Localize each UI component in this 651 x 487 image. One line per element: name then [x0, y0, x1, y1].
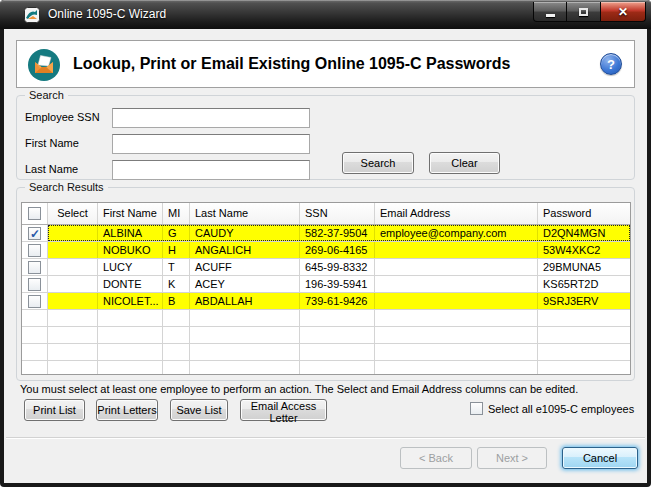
- row-select-checkbox[interactable]: [28, 244, 41, 257]
- employee-ssn-label: Employee SSN: [25, 111, 100, 123]
- cell-mi: K: [163, 276, 190, 292]
- cell-first-name: NICOLET...: [98, 293, 163, 309]
- search-group-label: Search: [25, 89, 68, 101]
- header-panel: Lookup, Print or Email Existing Online 1…: [16, 40, 635, 88]
- row-cells[interactable]: DONTE K ACEY 196-39-5941 KS65RT2D: [48, 276, 630, 292]
- dialog-content: Lookup, Print or Email Existing Online 1…: [4, 29, 647, 483]
- minimize-icon: [546, 14, 555, 17]
- results-table: Select First Name MI Last Name SSN Email…: [21, 202, 631, 375]
- row-select-checkbox[interactable]: [28, 278, 41, 291]
- cell-mi: G: [163, 225, 190, 241]
- note-text: You must select at least one employee to…: [20, 383, 578, 395]
- print-letters-button[interactable]: Print Letters: [96, 399, 158, 421]
- last-name-input[interactable]: [112, 160, 310, 180]
- print-list-button[interactable]: Print List: [24, 399, 85, 421]
- titlebar[interactable]: Online 1095-C Wizard ✕: [0, 0, 651, 29]
- app-icon: [24, 7, 40, 23]
- column-header-select[interactable]: Select: [48, 203, 98, 224]
- column-header-ssn[interactable]: SSN: [300, 203, 375, 224]
- cell-password: 29BMUNA5: [538, 259, 630, 275]
- cell-password: 9SRJ3ERV: [538, 293, 630, 309]
- window-controls: ✕: [533, 2, 646, 22]
- results-group-label: Search Results: [25, 181, 108, 193]
- cell-password: KS65RT2D: [538, 276, 630, 292]
- cell-last-name: ANGALICH: [190, 242, 300, 258]
- cell-first-name: ALBINA: [98, 225, 163, 241]
- column-header-password[interactable]: Password: [538, 203, 630, 224]
- table-row: DONTE K ACEY 196-39-5941 KS65RT2D: [22, 276, 630, 293]
- cell-mi: T: [163, 259, 190, 275]
- empty-table-row: [22, 310, 630, 327]
- column-header-first-name[interactable]: First Name: [98, 203, 163, 224]
- select-all-checkbox[interactable]: Select all e1095-C employees: [470, 402, 634, 415]
- cell-ssn: 645-99-8332: [300, 259, 375, 275]
- close-button[interactable]: ✕: [600, 2, 646, 22]
- cell-email[interactable]: [375, 242, 538, 258]
- page-title: Lookup, Print or Email Existing Online 1…: [73, 41, 510, 87]
- empty-table-row: [22, 344, 630, 361]
- cell-email[interactable]: employee@company.com: [375, 225, 538, 241]
- cell-ssn: 196-39-5941: [300, 276, 375, 292]
- table-row: LUCY T ACUFF 645-99-8332 29BMUNA5: [22, 259, 630, 276]
- empty-table-row: [22, 361, 630, 375]
- cell-mi: H: [163, 242, 190, 258]
- row-cells[interactable]: LUCY T ACUFF 645-99-8332 29BMUNA5: [48, 259, 630, 275]
- help-icon: ?: [607, 57, 615, 72]
- cell-mi: B: [163, 293, 190, 309]
- empty-table-row: [22, 327, 630, 344]
- cell-first-name: NOBUKO: [98, 242, 163, 258]
- select-all-label: Select all e1095-C employees: [488, 403, 634, 415]
- cancel-button[interactable]: Cancel: [562, 447, 638, 469]
- row-cells[interactable]: NOBUKO H ANGALICH 269-06-4165 53W4XKC2: [48, 242, 630, 258]
- cell-ssn: 582-37-9504: [300, 225, 375, 241]
- cell-last-name: ACUFF: [190, 259, 300, 275]
- help-button[interactable]: ?: [600, 53, 622, 75]
- first-name-label: First Name: [25, 137, 79, 149]
- table-row: NOBUKO H ANGALICH 269-06-4165 53W4XKC2: [22, 242, 630, 259]
- cell-password: 53W4XKC2: [538, 242, 630, 258]
- row-cells[interactable]: ALBINA G CAUDY 582-37-9504 employee@comp…: [48, 225, 630, 241]
- cell-ssn: 739-61-9426: [300, 293, 375, 309]
- results-group: Search Results Select First Name MI Last…: [16, 187, 635, 381]
- table-header-row: Select First Name MI Last Name SSN Email…: [22, 203, 630, 225]
- column-header-mi[interactable]: MI: [163, 203, 190, 224]
- cell-email[interactable]: [375, 293, 538, 309]
- cell-last-name: CAUDY: [190, 225, 300, 241]
- first-name-input[interactable]: [112, 134, 310, 154]
- save-list-button[interactable]: Save List: [170, 399, 228, 421]
- table-row: NICOLET... B ABDALLAH 739-61-9426 9SRJ3E…: [22, 293, 630, 310]
- close-icon: ✕: [618, 3, 628, 21]
- employee-ssn-input[interactable]: [112, 108, 310, 128]
- cell-last-name: ABDALLAH: [190, 293, 300, 309]
- cell-email[interactable]: [375, 276, 538, 292]
- column-header-last-name[interactable]: Last Name: [190, 203, 300, 224]
- wizard-window: Online 1095-C Wizard ✕ Lookup, Print or …: [0, 0, 651, 487]
- column-header-email[interactable]: Email Address: [375, 203, 538, 224]
- cell-email[interactable]: [375, 259, 538, 275]
- maximize-icon: [579, 8, 588, 16]
- next-button: Next >: [477, 447, 547, 469]
- row-select-checkbox[interactable]: [28, 295, 41, 308]
- clear-button[interactable]: Clear: [429, 152, 500, 174]
- cell-password: D2QN4MGN: [538, 225, 630, 241]
- last-name-label: Last Name: [25, 163, 78, 175]
- maximize-button[interactable]: [567, 2, 600, 22]
- search-button[interactable]: Search: [342, 152, 414, 174]
- cell-last-name: ACEY: [190, 276, 300, 292]
- cell-ssn: 269-06-4165: [300, 242, 375, 258]
- checkbox-icon[interactable]: [470, 402, 483, 415]
- search-group: Search Employee SSN First Name Last Name…: [16, 95, 635, 180]
- email-access-letter-button[interactable]: Email Access Letter: [240, 399, 327, 421]
- row-cells[interactable]: NICOLET... B ABDALLAH 739-61-9426 9SRJ3E…: [48, 293, 630, 309]
- back-button: < Back: [400, 447, 472, 469]
- envelope-icon: [27, 48, 61, 82]
- row-select-checkbox[interactable]: [28, 227, 41, 240]
- cell-first-name: DONTE: [98, 276, 163, 292]
- minimize-button[interactable]: [533, 2, 567, 22]
- row-select-checkbox[interactable]: [28, 261, 41, 274]
- cell-first-name: LUCY: [98, 259, 163, 275]
- table-row: ALBINA G CAUDY 582-37-9504 employee@comp…: [22, 225, 630, 242]
- select-all-header-checkbox[interactable]: [28, 207, 41, 220]
- window-title: Online 1095-C Wizard: [48, 7, 166, 21]
- divider: [6, 437, 645, 438]
